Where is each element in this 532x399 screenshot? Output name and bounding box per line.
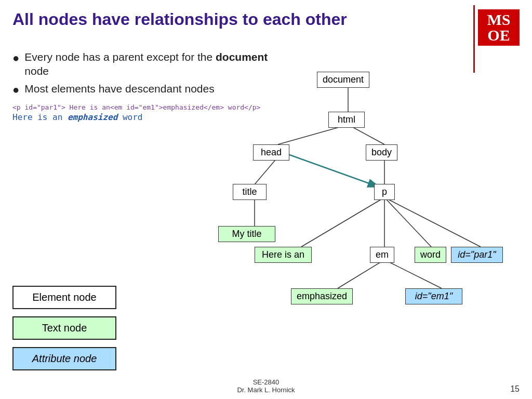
code-suffix: word [117,112,142,122]
node-my-title: My title [218,226,275,242]
svg-line-3 [255,157,278,184]
legend: Element node Text node Attribute node [12,286,116,370]
node-head: head [253,144,289,161]
bullet-dot-2: ● [12,83,19,98]
svg-line-9 [384,197,481,247]
code-prefix: Here is an [12,112,68,122]
node-p: p [374,184,395,200]
node-em: em [370,247,394,263]
slide-title: All nodes have relationships to each oth… [12,9,347,29]
legend-attr-node: Attribute node [12,347,116,370]
bullet-dot-1: ● [12,51,19,66]
svg-line-13 [278,151,379,187]
node-body: body [366,144,397,161]
header: All nodes have relationships to each oth… [0,0,532,46]
node-document: document [317,72,369,88]
node-id-par1: id="par1" [451,247,503,263]
svg-line-11 [384,260,442,288]
red-divider [473,5,475,73]
svg-line-8 [384,197,431,247]
logo-icon: MSOE [487,12,511,43]
legend-element-node: Element node [12,286,116,309]
node-html: html [328,112,365,128]
node-emphasized: emphasized [291,288,353,304]
node-word: word [415,247,446,263]
svg-line-6 [301,197,384,247]
node-title: title [233,184,267,200]
code-em-word: emphasized [68,112,117,122]
bullet-2-text: Most elements have descendant nodes [24,82,214,96]
node-here-is-an: Here is an [255,247,312,263]
tree-diagram: document html head body title p My title… [187,68,520,390]
svg-line-10 [338,260,384,288]
node-id-em1: id="em1" [405,288,462,304]
legend-text-node: Text node [12,316,116,340]
logo-box: MSOE [478,9,520,46]
